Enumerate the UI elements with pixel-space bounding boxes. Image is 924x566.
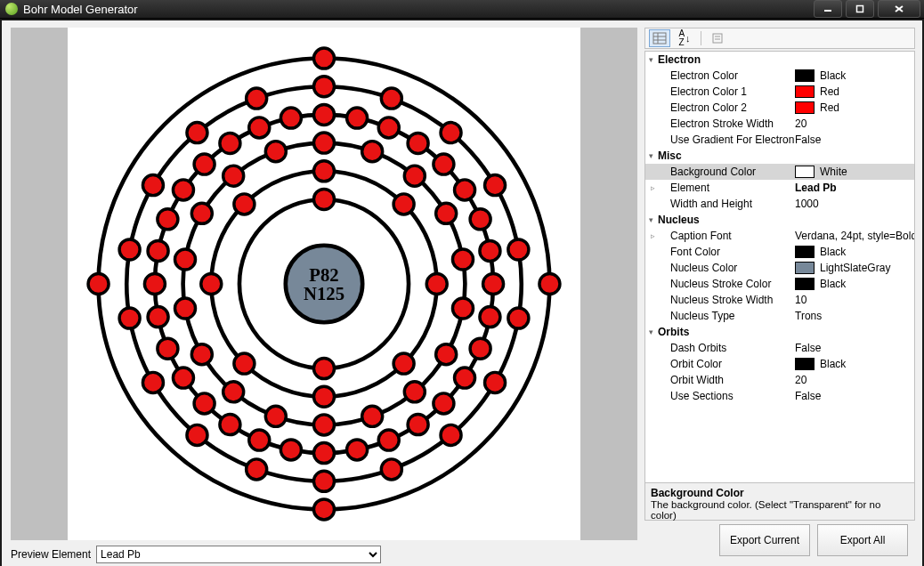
color-swatch	[795, 166, 815, 178]
property-category[interactable]: ▾Nucleus	[645, 212, 914, 228]
electron	[249, 430, 270, 450]
electron	[313, 443, 334, 464]
property-value[interactable]: 10	[795, 294, 914, 306]
electron	[313, 359, 334, 379]
alphabetical-view-button[interactable]: AZ↓	[674, 29, 695, 47]
property-row[interactable]: Nucleus Stroke Width10	[645, 292, 914, 308]
property-value-text: Trons	[795, 310, 822, 322]
collapse-caret-icon: ▾	[649, 55, 658, 64]
electron	[119, 308, 140, 328]
property-row[interactable]: ▹ElementLead Pb	[645, 180, 914, 196]
property-value[interactable]: Black	[795, 358, 914, 370]
property-row[interactable]: Electron Stroke Width20	[645, 116, 914, 132]
property-row[interactable]: Electron Color 2Red	[645, 100, 914, 116]
property-value[interactable]: Trons	[795, 310, 914, 322]
property-value[interactable]: Black	[795, 69, 914, 82]
electron	[313, 189, 334, 209]
minimize-button[interactable]	[814, 0, 842, 18]
property-name: Use Sections	[669, 390, 795, 402]
property-category[interactable]: ▾Orbits	[645, 324, 914, 340]
svg-rect-9	[713, 34, 722, 43]
electron	[144, 273, 165, 294]
electron	[191, 344, 212, 365]
electron	[408, 133, 428, 153]
property-value[interactable]: Red	[795, 85, 914, 98]
property-row[interactable]: Electron Color 1Red	[645, 84, 914, 100]
property-row[interactable]: Electron ColorBlack	[645, 68, 914, 84]
property-row[interactable]: Use SectionsFalse	[645, 388, 914, 404]
property-name: Nucleus Type	[669, 310, 795, 322]
property-value-text: Black	[820, 278, 846, 290]
property-name: Background Color	[669, 166, 795, 178]
electron	[404, 166, 425, 186]
property-value[interactable]: Verdana, 24pt, style=Bold	[795, 230, 914, 242]
property-value[interactable]: 1000	[795, 198, 914, 210]
property-row[interactable]: Nucleus TypeTrons	[645, 308, 914, 324]
property-row[interactable]: Orbit Width20	[645, 372, 914, 388]
property-row[interactable]: Use Gradient For ElectronFalse	[645, 132, 914, 148]
electron	[470, 209, 490, 230]
property-value[interactable]: Black	[795, 246, 914, 258]
svg-rect-1	[857, 6, 863, 12]
property-row[interactable]: Dash OrbitsFalse	[645, 340, 914, 356]
electron	[452, 249, 473, 270]
property-row[interactable]: Orbit ColorBlack	[645, 356, 914, 372]
property-row[interactable]: Nucleus ColorLightSlateGray	[645, 260, 914, 276]
property-value[interactable]: 20	[795, 117, 914, 130]
property-value[interactable]: False	[795, 133, 914, 146]
categorized-view-button[interactable]	[649, 29, 670, 47]
property-value-text: 20	[795, 374, 806, 386]
export-current-button[interactable]: Export Current	[719, 524, 810, 556]
electron	[455, 180, 475, 200]
electron	[247, 88, 267, 109]
property-value-text: 20	[795, 117, 806, 130]
property-grid-toolbar: AZ↓	[644, 28, 915, 49]
electron	[119, 239, 140, 260]
electron	[393, 194, 414, 214]
electron	[220, 415, 240, 435]
color-swatch	[795, 358, 815, 370]
property-row[interactable]: Font ColorBlack	[645, 244, 914, 260]
property-value[interactable]: Red	[795, 101, 914, 114]
close-button[interactable]	[878, 0, 920, 18]
property-category[interactable]: ▾Misc	[645, 148, 914, 164]
electron	[480, 240, 500, 261]
maximize-button[interactable]	[846, 0, 874, 18]
electron	[426, 273, 447, 294]
property-row[interactable]: Width and Height1000	[645, 196, 914, 212]
category-name: Nucleus	[658, 214, 700, 226]
preview-element-select[interactable]: Lead Pb	[96, 546, 381, 563]
category-name: Orbits	[658, 326, 689, 338]
property-row[interactable]: ▹Caption FontVerdana, 24pt, style=Bold	[645, 228, 914, 244]
property-pages-button[interactable]	[707, 29, 728, 47]
export-all-button[interactable]: Export All	[817, 524, 908, 556]
property-category[interactable]: ▾Electron	[645, 52, 914, 68]
property-row[interactable]: Background ColorWhite	[645, 164, 914, 180]
property-value[interactable]: LightSlateGray	[795, 262, 914, 274]
property-name: Electron Color	[669, 69, 795, 82]
electron	[485, 372, 506, 392]
property-row[interactable]: Nucleus Stroke ColorBlack	[645, 276, 914, 292]
electron	[381, 88, 401, 109]
property-value[interactable]: 20	[795, 374, 914, 386]
property-value-text: Black	[820, 246, 846, 258]
property-value[interactable]: False	[795, 342, 914, 354]
property-value-text: 10	[795, 294, 806, 306]
electron	[194, 154, 215, 174]
property-grid[interactable]: ▾ElectronElectron ColorBlackElectron Col…	[644, 51, 915, 483]
property-value[interactable]: Black	[795, 278, 914, 290]
property-value-text: 1000	[795, 198, 819, 210]
property-value-text: False	[795, 390, 821, 402]
electron	[313, 133, 334, 153]
property-value-text: Red	[820, 101, 839, 114]
property-value[interactable]: White	[795, 166, 914, 178]
property-name: Nucleus Color	[669, 262, 795, 274]
property-name: Electron Color 2	[669, 101, 795, 114]
electron	[404, 382, 425, 402]
electron	[378, 117, 399, 138]
electron	[142, 372, 163, 392]
electron	[173, 180, 193, 200]
property-value[interactable]: False	[795, 390, 914, 402]
electron	[455, 368, 475, 388]
property-value[interactable]: Lead Pb	[795, 182, 914, 194]
